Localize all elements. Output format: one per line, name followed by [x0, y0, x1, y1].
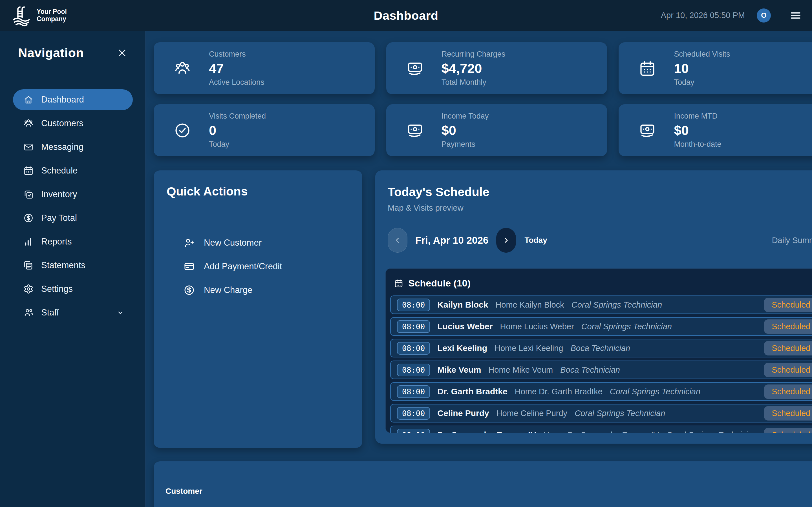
stat-card: Scheduled Visits 10 Today	[619, 42, 812, 94]
visit-row[interactable]: 08:00 Mike Veum Home Mike Veum Boca Tech…	[390, 360, 812, 379]
brand: Your Pool Company	[10, 4, 67, 27]
sidebar-item[interactable]: Customers	[13, 113, 133, 134]
quick-action-item[interactable]: New Customer	[167, 231, 349, 255]
sidebar-item[interactable]: Schedule	[13, 160, 133, 181]
visit-row[interactable]: 08:00 Lucius Weber Home Lucius Weber Cor…	[390, 317, 812, 336]
sidebar-item-icon	[23, 307, 34, 318]
visit-time-chip: 08:00	[397, 298, 430, 311]
quick-action-icon	[184, 261, 195, 272]
visit-status-badge: Scheduled	[764, 428, 812, 433]
stat-icon	[639, 122, 656, 139]
prev-day-button[interactable]	[388, 228, 407, 252]
stat-label: Visits Completed	[209, 112, 266, 121]
visit-customer-name: Kailyn Block	[437, 300, 488, 309]
visit-time-chip: 08:00	[397, 320, 430, 333]
visit-status-badge: Scheduled	[764, 363, 812, 377]
visit-customer-name: Dr. Garth Bradtke	[437, 387, 507, 396]
app-header: Your Pool Company Dashboard Apr 10, 2026…	[0, 0, 812, 31]
daily-summary-link[interactable]: Daily Summary	[772, 236, 812, 245]
stat-card: Visits Completed 0 Today	[154, 104, 375, 156]
customer-label: Customer	[165, 487, 812, 496]
visit-row[interactable]: 08:00 Kailyn Block Home Kailyn Block Cor…	[390, 295, 812, 314]
sidebar-title: Navigation	[18, 46, 84, 60]
schedule-list-header: Schedule (10)	[390, 274, 812, 295]
stat-label: Scheduled Visits	[674, 50, 730, 59]
visit-customer-name: Celine Purdy	[437, 408, 489, 418]
sidebar-item-label: Statements	[41, 260, 86, 270]
sidebar-item-label: Customers	[41, 118, 84, 128]
sidebar-item-label: Pay Total	[41, 213, 77, 223]
visit-location: Home Celine Purdy	[497, 409, 567, 418]
visit-technician: Coral Springs Technician	[571, 300, 662, 309]
stat-value: $4,720	[442, 61, 506, 76]
schedule-subtitle: Map & Visits preview	[388, 203, 812, 213]
visit-technician: Coral Springs Technician	[574, 409, 665, 418]
main-content: Customers 47 Active Locations Recurring …	[146, 31, 812, 507]
sidebar-item[interactable]: Pay Total	[13, 208, 133, 228]
stat-icon	[407, 122, 423, 139]
date-navigation: Fri, Apr 10 2026 Today Daily Summary	[386, 228, 812, 252]
customer-search-panel: Customer	[154, 461, 812, 507]
stat-card: Customers 47 Active Locations	[154, 42, 375, 94]
sidebar-item-label: Messaging	[41, 142, 84, 152]
quick-actions-list: New Customer Add Payment/Credit New Char…	[167, 231, 349, 302]
stat-card: Income MTD $0 Month-to-date	[619, 104, 812, 156]
visit-status-badge: Scheduled	[764, 320, 812, 334]
quick-actions-panel: Quick Actions New Customer Add Payment/C…	[154, 170, 362, 448]
sidebar-item-label: Reports	[41, 237, 72, 247]
visit-row[interactable]: 08:00 Celine Purdy Home Celine Purdy Cor…	[390, 404, 812, 422]
sidebar-item[interactable]: Settings	[13, 279, 133, 299]
visit-list: 08:00 Kailyn Block Home Kailyn Block Cor…	[390, 295, 812, 433]
stat-label: Customers	[209, 50, 264, 59]
sidebar-item-icon	[23, 118, 34, 128]
stat-sublabel: Payments	[442, 140, 489, 149]
stat-icon	[174, 60, 191, 77]
sidebar: Navigation Dashboard Customers	[0, 31, 146, 507]
visit-row[interactable]: 08:00 Dr. Garth Bradtke Home Dr. Garth B…	[390, 382, 812, 401]
visit-status-badge: Scheduled	[764, 341, 812, 355]
stat-value: $0	[674, 122, 721, 138]
sidebar-item-label: Schedule	[41, 166, 78, 176]
calendar-icon	[394, 279, 403, 288]
visit-time-chip: 08:00	[397, 429, 430, 433]
sidebar-item-icon	[23, 142, 34, 152]
stat-value: 10	[674, 61, 730, 76]
sidebar-item[interactable]: Staff	[13, 302, 133, 323]
page-title: Dashboard	[373, 8, 438, 22]
visit-technician: Coral Springs Technician	[581, 322, 672, 331]
schedule-list-title: Schedule (10)	[408, 278, 470, 289]
stat-icon	[407, 60, 423, 77]
today-button[interactable]: Today	[524, 236, 547, 245]
stat-sublabel: Total Monthly	[442, 78, 506, 87]
schedule-title: Today's Schedule	[388, 185, 812, 199]
hamburger-menu-icon[interactable]	[790, 9, 802, 22]
stat-value: 47	[209, 61, 264, 76]
visit-location: Home Kailyn Block	[495, 300, 564, 309]
sidebar-item[interactable]: Statements	[13, 255, 133, 276]
header-datetime: Apr 10, 2026 05:50 PM	[661, 11, 745, 20]
stat-card: Recurring Charges $4,720 Total Monthly	[386, 42, 607, 94]
brand-line1: Your Pool	[37, 8, 67, 15]
sidebar-item[interactable]: Messaging	[13, 136, 133, 158]
close-icon[interactable]	[116, 47, 128, 59]
sidebar-item-icon	[23, 284, 34, 294]
sidebar-item[interactable]: Reports	[13, 231, 133, 252]
stat-sublabel: Month-to-date	[674, 140, 721, 149]
brand-name: Your Pool Company	[37, 8, 67, 23]
sidebar-item-icon	[23, 166, 34, 176]
visit-technician: Coral Springs Technician	[610, 387, 700, 396]
avatar[interactable]: O	[757, 8, 771, 22]
quick-action-item[interactable]: Add Payment/Credit	[167, 255, 349, 278]
sidebar-item-icon	[23, 260, 34, 270]
visit-time-chip: 08:00	[397, 385, 430, 398]
sidebar-divider	[18, 71, 130, 71]
visit-row[interactable]: 08:00 Dr. Cassandre Renner IV Home Dr. C…	[390, 426, 812, 433]
quick-action-item[interactable]: New Charge	[167, 278, 349, 302]
sidebar-item-icon	[23, 213, 34, 223]
todays-schedule-panel: Today's Schedule Map & Visits preview Fr…	[375, 170, 812, 444]
next-day-button[interactable]	[496, 228, 516, 252]
sidebar-item[interactable]: Inventory	[13, 184, 133, 205]
sidebar-item[interactable]: Dashboard	[13, 89, 133, 110]
sidebar-item-label: Inventory	[41, 189, 77, 200]
visit-row[interactable]: 08:00 Lexi Keeling Home Lexi Keeling Boc…	[390, 339, 812, 357]
